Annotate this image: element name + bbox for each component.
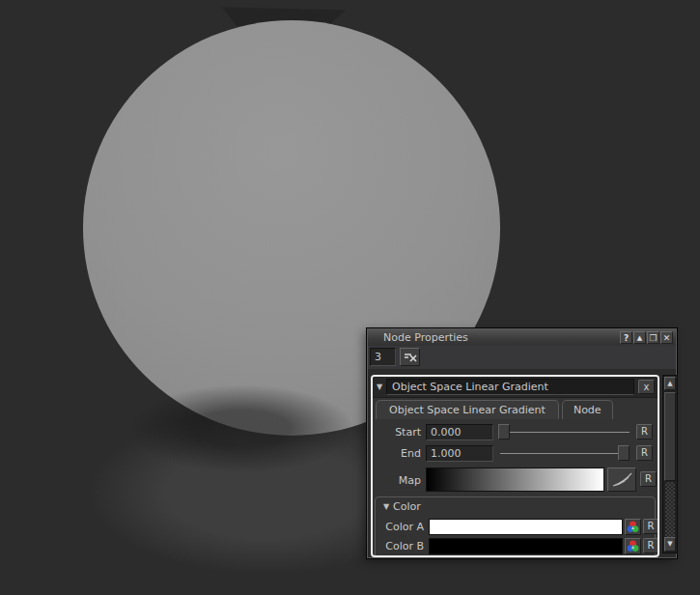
map-label: Map [373,474,421,487]
tab-object-space-linear-gradient[interactable]: Object Space Linear Gradient [376,400,559,419]
tab-node[interactable]: Node [562,400,613,419]
help-button[interactable]: ? [620,331,632,344]
node-index-field[interactable]: 3 [370,348,396,366]
end-slider-track[interactable] [500,453,630,454]
start-slider-track[interactable] [500,432,630,433]
shade-button[interactable]: ▲ [633,331,646,344]
color-a-row: Color A R [378,519,653,536]
restore-button[interactable]: ❐ [647,331,659,344]
gradient-node-group: ▼ Object Space Linear Gradient x Object … [371,375,659,557]
rgb-picker-icon [627,540,639,552]
color-collapse-arrow-icon[interactable]: ▼ [379,502,393,511]
end-label: End [373,447,421,460]
sphere-contact-shadow [124,382,360,475]
remove-node-button[interactable]: x [638,380,655,394]
color-b-label: Color B [378,540,424,552]
gradient-editor-button[interactable] [607,468,636,492]
node-header: ▼ Object Space Linear Gradient x [373,377,658,398]
start-row: Start 0.000 R [373,423,658,442]
start-label: Start [373,426,421,439]
properties-content: ▼ Object Space Linear Gradient x Object … [368,369,676,557]
end-row: End 1.000 R [373,444,658,464]
start-slider[interactable] [498,424,631,440]
node-properties-window: Node Properties ? ▲ ❐ ✕ 3 ▼ Object Space… [367,328,677,558]
color-a-label: Color A [378,521,424,533]
map-reset-button[interactable]: R [640,471,657,487]
scrollbar-thumb[interactable] [664,392,676,481]
window-titlebar[interactable]: Node Properties ? ▲ ❐ ✕ [368,329,676,346]
color-a-picker-button[interactable] [625,519,641,535]
color-section: ▼ Color Color A [375,496,656,557]
color-section-header[interactable]: ▼ Color [376,497,655,515]
map-gradient-strip[interactable] [426,468,604,492]
clear-list-button[interactable] [400,348,420,366]
scrollbar-track[interactable] [665,482,675,537]
end-value-field[interactable]: 1.000 [426,445,493,462]
feather-icon [611,472,632,488]
close-window-button[interactable]: ✕ [660,331,673,344]
color-b-picker-button[interactable] [625,538,641,554]
color-b-swatch[interactable] [429,538,623,554]
color-b-reset-button[interactable]: R [643,538,658,553]
viewport[interactable]: Node Properties ? ▲ ❐ ✕ 3 ▼ Object Space… [0,0,700,595]
window-title: Node Properties [368,331,468,344]
start-value-field[interactable]: 0.000 [426,424,493,440]
scroll-down-button[interactable]: ▼ [664,537,676,552]
scroll-up-button[interactable]: ▲ [664,377,676,390]
color-section-label: Color [393,500,421,513]
node-tabs: Object Space Linear Gradient Node [376,400,613,419]
start-slider-handle[interactable] [498,424,510,439]
map-row: Map R [373,468,658,493]
collapse-arrow-icon[interactable]: ▼ [373,382,386,391]
start-reset-button[interactable]: R [636,424,653,439]
color-a-reset-button[interactable]: R [643,519,658,534]
node-name-field[interactable]: Object Space Linear Gradient [386,379,634,395]
end-slider-handle[interactable] [618,445,630,461]
panel-scrollbar[interactable]: ▲ ▼ [662,375,678,553]
rgb-picker-icon [627,521,639,533]
end-reset-button[interactable]: R [636,445,653,461]
clear-list-icon [404,353,417,362]
end-slider[interactable] [498,445,631,462]
color-b-row: Color B R [378,538,653,555]
titlebar-buttons: ? ▲ ❐ ✕ [620,331,676,344]
color-a-swatch[interactable] [429,519,623,535]
